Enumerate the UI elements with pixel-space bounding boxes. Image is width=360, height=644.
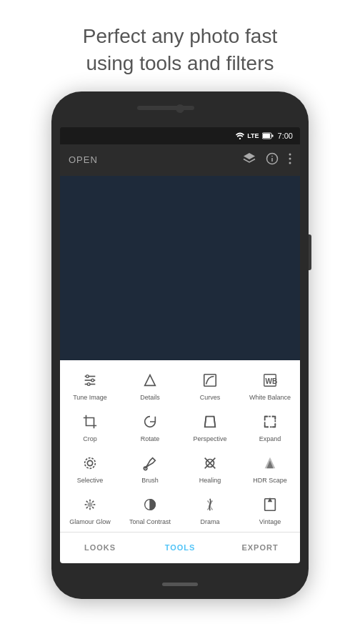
selective-icon (80, 453, 100, 473)
tool-crop[interactable]: Crop (60, 406, 120, 447)
lte-indicator: LTE (247, 132, 259, 139)
details-label: Details (140, 394, 160, 402)
svg-point-24 (87, 460, 92, 465)
nav-tools[interactable]: TOOLS (140, 532, 220, 563)
nav-looks[interactable]: LOOKS (60, 532, 140, 563)
details-icon (140, 370, 160, 390)
healing-icon (200, 453, 220, 473)
svg-rect-23 (265, 417, 276, 427)
tool-glamour-glow[interactable]: Glamour Glow (60, 489, 120, 530)
hdr-scape-label: HDR Scape (253, 477, 287, 485)
svg-point-25 (85, 458, 96, 469)
svg-point-30 (88, 502, 92, 507)
status-bar: LTE 7:00 (60, 127, 300, 144)
selective-label: Selective (77, 477, 104, 485)
brush-icon (140, 453, 160, 473)
header-icons (243, 152, 291, 168)
nav-export[interactable]: EXPORT (220, 532, 300, 563)
perspective-label: Perspective (193, 435, 226, 443)
rotate-label: Rotate (141, 435, 160, 443)
perspective-icon (200, 412, 220, 432)
headline: Perfect any photo fast using tools and f… (54, 0, 306, 91)
tune-image-icon (80, 370, 100, 390)
app-header: OPEN (60, 144, 300, 176)
svg-point-14 (91, 380, 94, 382)
tune-image-label: Tune Image (73, 394, 107, 402)
home-indicator (162, 583, 198, 586)
vintage-icon (260, 495, 280, 515)
hdr-scape-icon (260, 453, 280, 473)
tool-drama[interactable]: Drama (180, 489, 240, 530)
svg-point-15 (87, 383, 90, 386)
white-balance-label: White Balance (249, 394, 291, 402)
tools-grid: Tune Image Details Curves (60, 360, 300, 531)
tool-healing[interactable]: Healing (180, 447, 240, 489)
tool-tonal-contrast[interactable]: Tonal Contrast (120, 489, 180, 530)
expand-icon (260, 412, 280, 432)
tonal-contrast-icon (140, 495, 160, 515)
svg-point-6 (271, 155, 273, 157)
tool-details[interactable]: Details (120, 365, 180, 406)
bottom-nav: LOOKS TOOLS EXPORT (60, 532, 300, 563)
rotate-icon (140, 412, 160, 432)
svg-marker-16 (145, 375, 156, 386)
tool-selective[interactable]: Selective (60, 447, 120, 489)
tool-vintage[interactable]: Vintage (240, 489, 300, 530)
curves-label: Curves (200, 394, 221, 402)
glamour-glow-label: Glamour Glow (69, 518, 111, 526)
svg-point-0 (239, 137, 241, 139)
time-display: 7:00 (278, 132, 293, 140)
svg-line-38 (86, 507, 88, 508)
info-icon[interactable] (266, 152, 279, 168)
svg-rect-17 (204, 375, 216, 387)
tool-rotate[interactable]: Rotate (120, 406, 180, 447)
healing-label: Healing (199, 477, 221, 485)
svg-line-22 (214, 417, 216, 427)
svg-rect-3 (271, 134, 273, 137)
glamour-glow-icon (80, 495, 100, 515)
crop-label: Crop (83, 435, 97, 443)
tool-expand[interactable]: Expand (240, 406, 300, 447)
svg-point-8 (289, 157, 291, 159)
open-label: OPEN (69, 154, 243, 165)
brush-label: Brush (141, 477, 159, 485)
speaker-grille (137, 106, 194, 110)
svg-text:WB: WB (266, 377, 278, 385)
layers-icon[interactable] (243, 152, 256, 168)
svg-point-13 (86, 375, 89, 378)
status-icons: LTE 7:00 (236, 132, 293, 140)
more-icon[interactable] (289, 152, 291, 168)
svg-point-7 (289, 153, 291, 155)
curves-icon (200, 370, 220, 390)
drama-label: Drama (200, 518, 219, 526)
svg-line-21 (205, 417, 206, 427)
svg-line-37 (92, 501, 94, 502)
tool-brush[interactable]: Brush (120, 447, 180, 489)
tool-curves[interactable]: Curves (180, 365, 240, 406)
svg-rect-2 (263, 134, 270, 138)
svg-point-9 (289, 162, 291, 164)
svg-line-36 (92, 507, 94, 508)
tool-perspective[interactable]: Perspective (180, 406, 240, 447)
phone-screen: LTE 7:00 OPEN (60, 127, 300, 563)
crop-icon (80, 412, 100, 432)
phone-mockup: LTE 7:00 OPEN (51, 91, 309, 599)
drama-icon (200, 495, 220, 515)
white-balance-icon: WB (260, 370, 280, 390)
tool-hdr-scape[interactable]: HDR Scape (240, 447, 300, 489)
tonal-contrast-label: Tonal Contrast (129, 518, 171, 526)
photo-area (60, 176, 300, 361)
vintage-label: Vintage (259, 518, 281, 526)
svg-line-35 (86, 501, 88, 502)
tool-white-balance[interactable]: WB White Balance (240, 365, 300, 406)
expand-label: Expand (259, 435, 281, 443)
tool-tune-image[interactable]: Tune Image (60, 365, 120, 406)
bottom-panel: Tune Image Details Curves (60, 360, 300, 563)
